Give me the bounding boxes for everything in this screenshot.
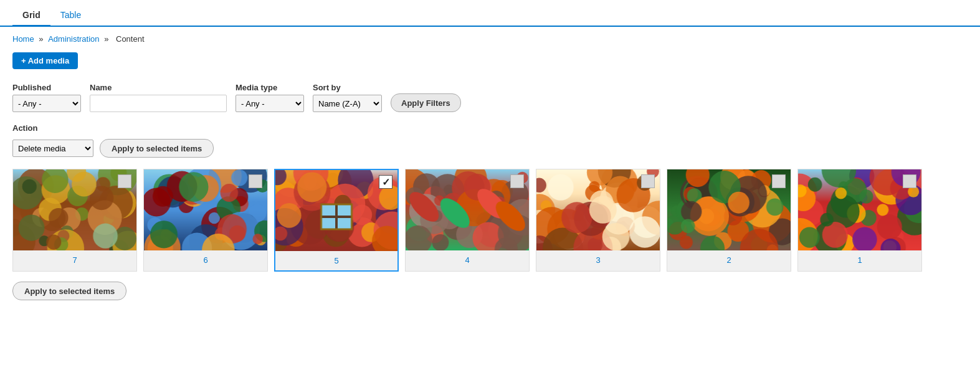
breadcrumb-sep2: » <box>104 34 111 44</box>
sort-by-label: Sort by <box>313 83 382 92</box>
tabs-bar: Grid Table <box>0 0 980 27</box>
media-checkbox-6[interactable] <box>249 174 262 188</box>
media-checkbox-4[interactable] <box>510 174 524 188</box>
apply-filters-button[interactable]: Apply Filters <box>391 93 461 112</box>
tab-table[interactable]: Table <box>50 5 91 27</box>
media-link-1[interactable]: 1 <box>857 255 862 265</box>
media-checkbox-1[interactable] <box>903 174 916 188</box>
media-checkbox-7[interactable] <box>118 174 131 188</box>
media-item-6[interactable]: 6 <box>143 169 268 272</box>
media-link-2[interactable]: 2 <box>726 255 731 265</box>
apply-selected-bottom-button[interactable]: Apply to selected items <box>12 282 126 300</box>
action-select[interactable]: Delete media Publish media Unpublish med… <box>12 140 93 157</box>
filters-section: Published - Any - Yes No Name Media type… <box>0 78 980 118</box>
media-link-4[interactable]: 4 <box>465 255 469 265</box>
add-media-button[interactable]: + Add media <box>12 52 78 69</box>
breadcrumb-content: Content <box>116 34 145 44</box>
breadcrumb-admin[interactable]: Administration <box>48 34 99 44</box>
media-checkbox-5[interactable]: ✓ <box>379 175 392 189</box>
name-filter: Name <box>90 83 227 112</box>
published-label: Published <box>12 83 81 92</box>
media-type-select[interactable]: - Any - Image Video Document <box>235 95 304 112</box>
media-checkbox-3[interactable] <box>641 174 655 188</box>
apply-selected-top-button[interactable]: Apply to selected items <box>100 139 214 158</box>
action-label: Action <box>12 123 968 133</box>
published-filter: Published - Any - Yes No <box>12 83 81 112</box>
tab-grid[interactable]: Grid <box>12 5 50 27</box>
name-label: Name <box>90 83 227 92</box>
media-item-7[interactable]: 7 <box>12 169 137 272</box>
media-item-1[interactable]: 1 <box>797 169 922 272</box>
media-link-5[interactable]: 5 <box>334 256 338 265</box>
breadcrumb: Home » Administration » Content <box>0 27 980 49</box>
breadcrumb-sep1: » <box>39 34 45 44</box>
sort-by-select[interactable]: Name (Z-A) Name (A-Z) Date (newest) Date… <box>313 95 382 112</box>
media-link-7[interactable]: 7 <box>72 255 77 265</box>
media-item-3[interactable]: 3 <box>536 169 660 272</box>
bottom-bar: Apply to selected items <box>0 275 980 306</box>
media-checkbox-2[interactable] <box>772 174 786 188</box>
media-type-label: Media type <box>235 83 304 92</box>
published-select[interactable]: - Any - Yes No <box>12 95 81 112</box>
breadcrumb-home[interactable]: Home <box>12 34 34 44</box>
media-link-3[interactable]: 3 <box>596 255 600 265</box>
media-grid: 76✓54321 <box>0 165 980 275</box>
media-type-filter: Media type - Any - Image Video Document <box>235 83 304 112</box>
media-item-4[interactable]: 4 <box>405 169 530 272</box>
action-row: Action Delete media Publish media Unpubl… <box>0 118 980 165</box>
media-link-6[interactable]: 6 <box>203 255 207 265</box>
sort-by-filter: Sort by Name (Z-A) Name (A-Z) Date (newe… <box>313 83 382 112</box>
name-input[interactable] <box>90 95 227 112</box>
media-item-2[interactable]: 2 <box>667 169 791 272</box>
media-item-5[interactable]: ✓5 <box>274 169 399 272</box>
